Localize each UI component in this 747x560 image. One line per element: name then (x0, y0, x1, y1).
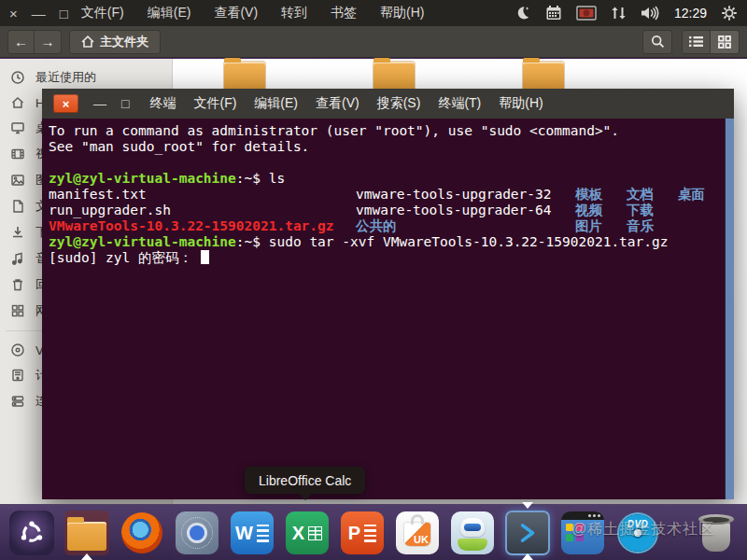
menu-view[interactable]: 查看(V) (316, 95, 359, 112)
minimize-icon[interactable]: — (32, 7, 46, 21)
harddisk-icon (10, 368, 25, 383)
terminal-window: × — □ 终端 文件(F) 编辑(E) 查看(V) 搜索(S) 终端(T) 帮… (42, 89, 734, 499)
menu-file[interactable]: 文件(F) (193, 95, 236, 112)
network-traffic-icon[interactable] (611, 5, 626, 21)
dock-powerpoint-button[interactable]: P (340, 511, 385, 555)
terminal-line (49, 155, 723, 171)
dock-assistant-button[interactable] (450, 511, 495, 555)
menu-go[interactable]: 转到 (281, 5, 307, 21)
minimize-icon[interactable]: — (93, 97, 106, 110)
terminal-chevron-icon (515, 521, 540, 545)
menu-search[interactable]: 搜索(S) (377, 95, 421, 112)
terminal-cursor (201, 250, 209, 264)
menu-edit[interactable]: 编辑(E) (254, 95, 298, 112)
top-panel: × — □ 文件(F) 编辑(E) 查看(V) 转到 书签 帮助(H) 12:2… (0, 0, 747, 26)
network-grid-icon (10, 303, 25, 318)
terminal-ls-row: manifest.txtvmware-tools-upgrader-32模板文档… (49, 187, 723, 203)
presentation-icon: P (341, 511, 384, 554)
dock-software-center-button[interactable]: UK (395, 511, 440, 555)
robot-icon (451, 511, 494, 554)
cd-icon (10, 343, 25, 357)
breadcrumb[interactable]: 主文件夹 (69, 30, 161, 54)
terminal-focus-indicator-bottom (522, 553, 533, 560)
grid-view-icon (718, 35, 731, 49)
menu-terminal[interactable]: 终端(T) (438, 95, 481, 112)
home-icon (81, 35, 94, 48)
menu-view[interactable]: 查看(V) (214, 5, 258, 21)
global-menubar: 文件(F) 编辑(E) 查看(V) 转到 书签 帮助(H) (81, 5, 425, 21)
list-view-icon (689, 35, 703, 48)
folder-icon (67, 522, 106, 551)
volume-icon[interactable] (640, 5, 660, 21)
list-view-button[interactable] (682, 30, 711, 54)
clock-icon (10, 70, 25, 85)
software-bag-icon: UK (396, 511, 439, 554)
dock-calc-button[interactable]: X (285, 511, 330, 555)
maximize-icon[interactable]: □ (60, 7, 68, 21)
film-icon (10, 147, 25, 161)
breadcrumb-label: 主文件夹 (100, 34, 148, 50)
menu-edit[interactable]: 编辑(E) (148, 5, 191, 21)
menu-terminal-app[interactable]: 终端 (149, 95, 176, 112)
terminal-menubar: 终端 文件(F) 编辑(E) 查看(V) 搜索(S) 终端(T) 帮助(H) (149, 95, 543, 112)
desktop-icon (10, 120, 25, 135)
terminal-prompt-line: zyl@zyl-virtual-machine:~$ ls (49, 171, 723, 187)
search-icon (651, 35, 665, 49)
close-icon[interactable]: × (53, 94, 78, 113)
forward-button[interactable]: → (35, 30, 62, 54)
system-tray: 12:29 (514, 5, 747, 21)
maximize-icon[interactable]: □ (121, 97, 129, 110)
nav-buttons: ← → (7, 30, 62, 54)
terminal-scrollbar[interactable] (725, 119, 734, 499)
word-icon: W (231, 511, 274, 554)
search-button[interactable] (642, 30, 672, 54)
menu-help[interactable]: 帮助(H) (499, 95, 543, 112)
global-window-controls: × — □ (0, 7, 81, 21)
document-icon (10, 199, 25, 214)
screen-capture-icon[interactable] (576, 5, 597, 21)
ubuntu-logo-icon (19, 520, 45, 546)
power-gear-icon[interactable] (721, 5, 738, 21)
terminal-line: See "man sudo_root" for details. (49, 139, 723, 155)
server-icon (10, 394, 25, 409)
terminal-ls-row: VMwareTools-10.3.22-15902021.tar.gz公共的图片… (49, 218, 723, 234)
trash-icon (10, 277, 25, 292)
dock-terminal-button[interactable] (505, 511, 550, 555)
dock-circle-app-button[interactable] (175, 511, 219, 555)
back-button[interactable]: ← (7, 30, 35, 54)
terminal-output: To run a command as administrator (user … (42, 119, 734, 499)
firefox-icon (121, 512, 162, 553)
home-icon (10, 95, 25, 110)
menu-bookmarks[interactable]: 书签 (331, 5, 357, 21)
uk-label: UK (414, 534, 429, 545)
dock-show-apps-button[interactable] (9, 511, 54, 555)
terminal-prompt-line: zyl@zyl-virtual-machine:~$ sudo tar -xvf… (49, 234, 723, 250)
files-active-indicator (81, 553, 92, 560)
tooltip-label: LibreOffice Calc (259, 473, 351, 488)
dock-files-button[interactable] (64, 511, 109, 555)
terminal-password-line: [sudo] zyl 的密码： (49, 250, 723, 266)
watermark: @稀土掘金技术社区 (571, 520, 714, 539)
music-note-icon (10, 251, 25, 266)
grid-view-button[interactable] (711, 30, 740, 54)
terminal-ls-row: run_upgrader.shvmware-tools-upgrader-64视… (49, 203, 723, 218)
dock-word-button[interactable]: W (230, 511, 275, 555)
desktop: { "colors": { "terminal_bg": "#300a24", … (0, 0, 747, 560)
file-manager-toolbar: ← → 主文件夹 (0, 26, 747, 58)
terminal-titlebar[interactable]: × — □ 终端 文件(F) 编辑(E) 查看(V) 搜索(S) 终端(T) 帮… (42, 89, 734, 119)
view-toggle (682, 30, 740, 54)
spreadsheet-icon: X (286, 511, 329, 554)
sidebar-item-recent[interactable]: 最近使用的 (0, 64, 172, 91)
terminal-focus-indicator-top (522, 502, 533, 509)
calendar-icon[interactable] (545, 5, 562, 21)
close-icon[interactable]: × (9, 7, 18, 21)
dock-tooltip: LibreOffice Calc (245, 467, 365, 494)
menu-help[interactable]: 帮助(H) (380, 5, 424, 21)
sidebar-item-label: 最近使用的 (35, 69, 96, 86)
night-mode-icon[interactable] (514, 5, 531, 21)
terminal-line: To run a command as administrator (user … (49, 123, 723, 139)
clock[interactable]: 12:29 (674, 6, 707, 21)
download-icon (10, 225, 25, 240)
menu-file[interactable]: 文件(F) (81, 5, 124, 21)
dock-firefox-button[interactable] (120, 511, 164, 555)
